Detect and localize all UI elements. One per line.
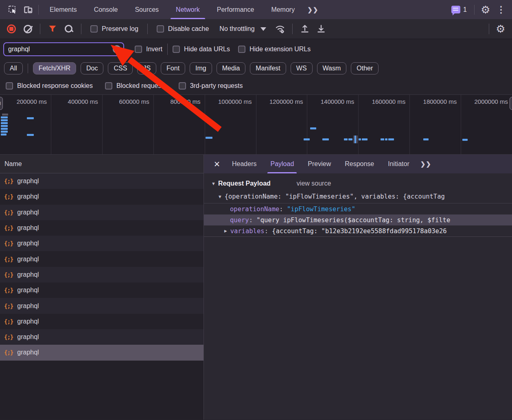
checkbox-icon xyxy=(238,46,245,53)
search-icon[interactable] xyxy=(61,22,76,36)
throttling-dropdown[interactable]: No throttling xyxy=(214,25,271,33)
inspect-element-icon[interactable] xyxy=(5,0,20,19)
issues-counter[interactable]: 1 xyxy=(447,6,471,13)
tab-memory[interactable]: Memory xyxy=(263,0,303,19)
payload-row-variables[interactable]: ▶ variables: {accountTag: "b12e3b2192ee5… xyxy=(204,225,512,236)
timeline-bar xyxy=(322,138,329,140)
more-detail-tabs-button[interactable]: ❯❯ xyxy=(416,155,435,173)
toolbar-divider xyxy=(489,24,489,34)
payload-row-query[interactable]: query: "query ipFlowTimeseries($accountT… xyxy=(204,214,512,225)
table-row[interactable]: {;}graphql xyxy=(0,205,203,220)
checkbox-icon xyxy=(179,82,186,90)
timeline-hover-marker xyxy=(353,136,358,143)
timeline-tick: 1400000 ms xyxy=(307,95,359,154)
third-party-requests-checkbox[interactable]: 3rd-party requests xyxy=(179,82,243,90)
blocked-response-cookies-checkbox[interactable]: Blocked response cookies xyxy=(6,82,93,90)
view-source-link[interactable]: view source xyxy=(297,180,331,187)
table-row[interactable]: {;}graphql xyxy=(0,220,203,236)
timeline-bar xyxy=(423,138,429,140)
chip-font[interactable]: Font xyxy=(161,62,185,74)
chip-manifest[interactable]: Manifest xyxy=(250,62,286,74)
chip-ws[interactable]: WS xyxy=(291,62,313,74)
table-row[interactable]: {;}graphql xyxy=(0,298,203,313)
tab-preview[interactable]: Preview xyxy=(301,155,338,173)
timeline-bar xyxy=(310,127,316,129)
export-har-icon[interactable] xyxy=(314,22,328,36)
menu-dots-icon[interactable]: ⋮ xyxy=(493,4,509,15)
detail-tabbar: ✕ Headers Payload Preview Response Initi… xyxy=(204,155,512,173)
tab-console[interactable]: Console xyxy=(85,0,127,19)
hide-data-urls-checkbox[interactable]: Hide data URLs xyxy=(173,46,230,53)
record-button[interactable] xyxy=(4,22,19,36)
network-conditions-icon[interactable] xyxy=(273,22,287,36)
tab-performance[interactable]: Performance xyxy=(208,0,263,19)
table-row[interactable]: {;}graphql xyxy=(0,236,203,251)
request-payload-section[interactable]: ▼ Request Payload view source xyxy=(204,173,512,190)
timeline-tick: 1200000 ms xyxy=(256,95,308,154)
invert-checkbox[interactable]: Invert xyxy=(135,46,162,53)
json-braces-icon: {;} xyxy=(4,334,13,340)
triangle-down-icon: ▼ xyxy=(219,194,221,199)
issue-count: 1 xyxy=(463,6,467,13)
chip-other[interactable]: Other xyxy=(351,62,379,74)
preserve-log-checkbox[interactable]: Preserve log xyxy=(86,25,142,33)
chip-all[interactable]: All xyxy=(4,62,23,74)
json-braces-icon: {;} xyxy=(4,303,13,309)
table-row[interactable]: {;}graphql xyxy=(0,251,203,267)
triangle-right-icon: ▶ xyxy=(224,228,227,234)
settings-gear-icon[interactable]: ⚙ xyxy=(478,4,493,15)
json-braces-icon: {;} xyxy=(4,209,13,216)
timeline-left-grip[interactable]: I xyxy=(0,97,3,110)
disable-cache-checkbox[interactable]: Disable cache xyxy=(153,25,213,33)
device-toolbar-icon[interactable] xyxy=(20,0,36,19)
import-har-icon[interactable] xyxy=(298,22,312,36)
network-settings-gear-icon[interactable]: ⚙ xyxy=(493,22,508,36)
tab-elements[interactable]: Elements xyxy=(41,0,85,19)
chip-css[interactable]: CSS xyxy=(108,62,133,74)
clear-network-log-icon[interactable] xyxy=(20,22,35,36)
filter-funnel-icon[interactable] xyxy=(45,22,60,36)
table-row[interactable]: {;}graphql xyxy=(0,267,203,282)
clear-filter-icon[interactable]: ✕ xyxy=(113,45,121,53)
network-toolbar: Preserve log Disable cache No throttling… xyxy=(0,19,512,39)
more-tabs-button[interactable]: ❯❯ xyxy=(303,0,322,19)
network-overview-timeline[interactable]: 200000 ms 400000 ms 600000 ms 800000 ms … xyxy=(0,94,512,155)
close-icon[interactable]: ✕ xyxy=(209,155,225,173)
table-row[interactable]: {;}graphql xyxy=(0,173,203,189)
checkbox-icon xyxy=(105,82,112,90)
timeline-tick: 400000 ms xyxy=(51,95,103,154)
table-row-selected[interactable]: {;}graphql xyxy=(0,345,203,360)
chip-media[interactable]: Media xyxy=(217,62,246,74)
chip-fetch-xhr[interactable]: Fetch/XHR xyxy=(33,62,76,74)
tab-headers[interactable]: Headers xyxy=(225,155,263,173)
name-column-header[interactable]: Name xyxy=(0,155,203,173)
chip-js[interactable]: JS xyxy=(137,62,156,74)
payload-row-operationName[interactable]: operationName: "ipFlowTimeseries" xyxy=(204,203,512,214)
toolbar-divider xyxy=(40,24,40,34)
timeline-bar xyxy=(385,138,387,140)
timeline-bar xyxy=(1,116,8,118)
table-row[interactable]: {;}graphql xyxy=(0,189,203,204)
chip-wasm[interactable]: Wasm xyxy=(317,62,347,74)
table-row[interactable]: {;}graphql xyxy=(0,282,203,298)
tab-network[interactable]: Network xyxy=(167,0,208,19)
chips-divider xyxy=(28,63,28,73)
hide-extension-urls-checkbox[interactable]: Hide extension URLs xyxy=(238,46,311,53)
tabbar-divider xyxy=(38,5,39,15)
chip-doc[interactable]: Doc xyxy=(81,62,103,74)
blocked-requests-checkbox[interactable]: Blocked requests xyxy=(105,82,166,90)
tab-sources[interactable]: Sources xyxy=(126,0,167,19)
filter-row: ✕ Invert Hide data URLs Hide extension U… xyxy=(0,39,512,59)
timeline-right-grip[interactable] xyxy=(510,97,512,110)
tab-initiator[interactable]: Initiator xyxy=(381,155,416,173)
table-row[interactable]: {;}graphql xyxy=(0,314,203,329)
filter-input[interactable] xyxy=(3,42,124,56)
table-row[interactable]: {;}graphql xyxy=(0,329,203,345)
payload-summary-row[interactable]: ▼ {operationName: "ipFlowTimeseries", va… xyxy=(204,190,512,203)
tab-response[interactable]: Response xyxy=(338,155,381,173)
timeline-bar xyxy=(1,122,8,124)
chip-img[interactable]: Img xyxy=(190,62,212,74)
tab-payload[interactable]: Payload xyxy=(263,155,301,173)
timeline-bar xyxy=(348,138,352,140)
devtools-main-tabbar: Elements Console Sources Network Perform… xyxy=(0,0,512,19)
